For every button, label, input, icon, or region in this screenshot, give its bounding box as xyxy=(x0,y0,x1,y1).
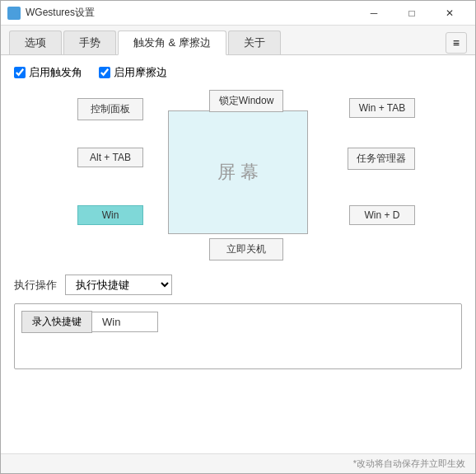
alt-tab-button[interactable]: Alt + TAB xyxy=(77,148,143,167)
tab-about[interactable]: 关于 xyxy=(228,31,281,54)
execute-label: 执行操作 xyxy=(14,278,57,293)
title-bar: WGestures设置 ─ □ ✕ xyxy=(1,1,475,26)
hotcorner-label: 启用触发角 xyxy=(29,65,82,80)
screen-box: 屏 幕 xyxy=(168,110,308,234)
execute-select[interactable]: 执行快捷键 启动程序 执行命令 无操作 xyxy=(65,275,172,295)
minimize-button[interactable]: ─ xyxy=(355,1,393,26)
screen-grid: 屏 幕 锁定Window 控制面板 Alt + TAB Win Win + TA… xyxy=(61,90,415,263)
record-shortcut-button[interactable]: 录入快捷键 xyxy=(21,311,92,333)
shortcut-box: 录入快捷键 Win xyxy=(14,303,462,369)
tab-gestures[interactable]: 手势 xyxy=(63,31,116,54)
hotcorner-checkbox[interactable] xyxy=(14,67,26,78)
checkboxes-row: 启用触发角 启用摩擦边 xyxy=(14,65,462,80)
window-title: WGestures设置 xyxy=(26,6,355,20)
content-area: 启用触发角 启用摩擦边 屏 幕 锁定Window 控制面板 Alt + TAB xyxy=(1,55,475,453)
hotcorner-checkbox-label[interactable]: 启用触发角 xyxy=(14,65,82,80)
shutdown-button[interactable]: 立即关机 xyxy=(209,238,283,260)
footer-bar: *改动将自动保存并立即生效 xyxy=(1,453,475,473)
friction-label: 启用摩擦边 xyxy=(114,65,167,80)
friction-checkbox[interactable] xyxy=(99,67,110,78)
win-button[interactable]: Win xyxy=(77,205,143,225)
tab-options[interactable]: 选项 xyxy=(9,31,62,54)
win-tab-button[interactable]: Win + TAB xyxy=(349,98,415,118)
app-icon xyxy=(7,7,21,20)
screen-label: 屏 幕 xyxy=(217,160,259,185)
tab-bar: 选项 手势 触发角 & 摩擦边 关于 ≡ xyxy=(1,26,475,55)
window-controls: ─ □ ✕ xyxy=(355,1,469,26)
tab-hotcorners[interactable]: 触发角 & 摩擦边 xyxy=(118,31,226,55)
main-window: WGestures设置 ─ □ ✕ 选项 手势 触发角 & 摩擦边 关于 ≡ 启… xyxy=(0,0,476,474)
shortcut-inner: 录入快捷键 Win xyxy=(21,311,455,333)
friction-checkbox-label[interactable]: 启用摩擦边 xyxy=(99,65,167,80)
execute-row: 执行操作 执行快捷键 启动程序 执行命令 无操作 xyxy=(14,275,462,295)
menu-button[interactable]: ≡ xyxy=(446,32,467,54)
win-d-button[interactable]: Win + D xyxy=(349,205,415,225)
footer-text: *改动将自动保存并立即生效 xyxy=(353,458,465,468)
shortcut-value: Win xyxy=(92,312,158,332)
lock-window-button[interactable]: 锁定Window xyxy=(209,90,283,112)
task-manager-button[interactable]: 任务管理器 xyxy=(348,148,415,170)
screen-area: 屏 幕 锁定Window 控制面板 Alt + TAB Win Win + TA… xyxy=(14,90,462,263)
maximize-button[interactable]: □ xyxy=(393,1,431,26)
close-button[interactable]: ✕ xyxy=(431,1,469,26)
control-panel-button[interactable]: 控制面板 xyxy=(77,98,143,120)
